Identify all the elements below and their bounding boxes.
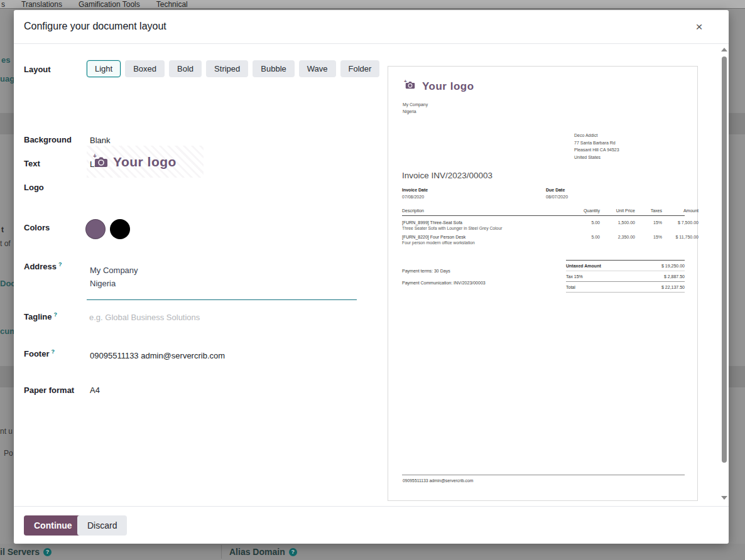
- document-preview: + Your logo My Company Nigeria Deco Addi…: [388, 66, 698, 501]
- preview-footer-rule: [402, 475, 685, 475]
- camera-icon: +: [405, 81, 419, 92]
- due-date-label: Due Date: [546, 188, 565, 192]
- background-menubar: s Translations Gamification Tools Techni…: [0, 0, 745, 9]
- payment-communication: Payment Communication: INV/2023/00003: [402, 281, 486, 285]
- logo-upload-area[interactable]: + Your logo: [87, 146, 204, 178]
- invoice-table-header: Description Quantity Unit Price Taxes Am…: [402, 208, 685, 216]
- menubar-item-technical: Technical: [156, 0, 188, 9]
- background-text-fragment: Po: [4, 449, 13, 458]
- paper-format-select[interactable]: A4: [90, 385, 100, 395]
- layout-option-folder[interactable]: Folder: [340, 60, 380, 77]
- preview-footer-text: 09095511133 admin@servercrib.com: [403, 478, 473, 483]
- preview-logo: + Your logo: [405, 80, 474, 93]
- divider: [221, 545, 222, 559]
- address-textarea[interactable]: My Company Nigeria: [90, 264, 357, 290]
- background-setting-alias-domain: Alias Domain ?: [229, 547, 297, 557]
- totals-row-total: Total $ 22,137.50: [566, 281, 685, 293]
- footer-label: Footer?: [24, 348, 55, 358]
- layout-option-light[interactable]: Light: [87, 60, 121, 77]
- preview-invoice-title: Invoice INV/2023/00003: [402, 171, 492, 180]
- logo-placeholder-text: Your logo: [113, 154, 177, 170]
- close-icon[interactable]: ×: [691, 19, 707, 35]
- background-setting-mail-servers: il Servers ?: [0, 547, 52, 557]
- scroll-up-arrow-icon[interactable]: [721, 48, 727, 51]
- paper-format-label: Paper format: [24, 385, 74, 395]
- background-text-fragment: t: [1, 225, 4, 234]
- menubar-item-gamification-tools: Gamification Tools: [79, 0, 140, 9]
- invoice-line-row: [FURN_8220] Four Person Desk Four person…: [402, 230, 685, 245]
- background-text-fragment: t of: [0, 239, 11, 248]
- preview-invoice-table: Description Quantity Unit Price Taxes Am…: [402, 208, 685, 245]
- help-superscript: ?: [54, 311, 58, 318]
- footer-input[interactable]: 09095511133 admin@servercrib.com: [90, 351, 225, 360]
- background-select[interactable]: Blank: [90, 136, 111, 145]
- address-label: Address?: [24, 261, 62, 271]
- invoice-date-value: 07/08/2020: [402, 195, 424, 199]
- invoice-line-row: [FURN_8999] Three-Seat Sofa Three Seater…: [402, 216, 685, 230]
- invoice-date-label: Invoice Date: [402, 188, 428, 192]
- colors-label: Colors: [24, 223, 50, 232]
- help-superscript: ?: [51, 348, 55, 355]
- dialog-title: Configure your document layout: [24, 21, 166, 32]
- camera-icon: +: [94, 156, 108, 168]
- background-text-fragment: uag: [0, 74, 14, 83]
- due-date-value: 08/07/2020: [546, 195, 568, 199]
- address-field-underline: [87, 299, 357, 300]
- payment-terms: Payment terms: 30 Days: [402, 269, 450, 273]
- menubar-item-translations: Translations: [21, 0, 62, 9]
- help-icon: ?: [43, 548, 52, 556]
- background-label: Background: [24, 135, 72, 144]
- menubar-item: s: [1, 0, 5, 9]
- layout-option-wave[interactable]: Wave: [299, 60, 336, 77]
- logo-label: Logo: [24, 183, 44, 192]
- help-icon: ?: [289, 548, 297, 556]
- dialog-footer: Continue Discard: [14, 506, 729, 544]
- totals-row-untaxed: Untaxed Amount $ 19,250.00: [566, 261, 685, 271]
- preview-company-address: My Company Nigeria: [403, 101, 428, 115]
- totals-row-tax: Tax 15% $ 2,887.50: [566, 271, 685, 282]
- layout-option-boxed[interactable]: Boxed: [125, 60, 165, 77]
- background-text-fragment: es: [1, 55, 10, 65]
- layout-option-bubble[interactable]: Bubble: [253, 60, 294, 77]
- scroll-down-arrow-icon[interactable]: [721, 496, 727, 500]
- background-text-fragment: nt u: [0, 427, 13, 436]
- layout-label: Layout: [24, 65, 51, 74]
- secondary-color-swatch[interactable]: [110, 219, 130, 239]
- tagline-label: Tagline?: [24, 311, 57, 321]
- layout-form: Layout Light Boxed Bold Striped Bubble W…: [14, 44, 388, 506]
- address-line: Nigeria: [90, 277, 357, 290]
- invoice-totals: Untaxed Amount $ 19,250.00 Tax 15% $ 2,8…: [566, 260, 685, 293]
- document-layout-dialog: Configure your document layout × Layout …: [14, 10, 729, 544]
- scrollbar-thumb[interactable]: [722, 57, 727, 463]
- dialog-header: Configure your document layout ×: [14, 10, 729, 44]
- tagline-input[interactable]: [89, 313, 353, 322]
- primary-color-swatch[interactable]: [85, 219, 106, 239]
- layout-option-striped[interactable]: Striped: [206, 60, 248, 77]
- background-bottom-strip: il Servers ? Alias Domain ?: [0, 544, 745, 560]
- layout-options: Light Boxed Bold Striped Bubble Wave Fol…: [87, 60, 379, 77]
- continue-button[interactable]: Continue: [24, 515, 82, 536]
- layout-option-bold[interactable]: Bold: [169, 60, 202, 77]
- help-superscript: ?: [58, 261, 62, 267]
- discard-button[interactable]: Discard: [77, 515, 127, 536]
- address-line: My Company: [90, 264, 357, 277]
- preview-customer-address: Deco Addict 77 Santa Barbara Rd Pleasant…: [574, 132, 619, 161]
- preview-logo-text: Your logo: [422, 80, 474, 93]
- text-label: Text: [24, 159, 40, 168]
